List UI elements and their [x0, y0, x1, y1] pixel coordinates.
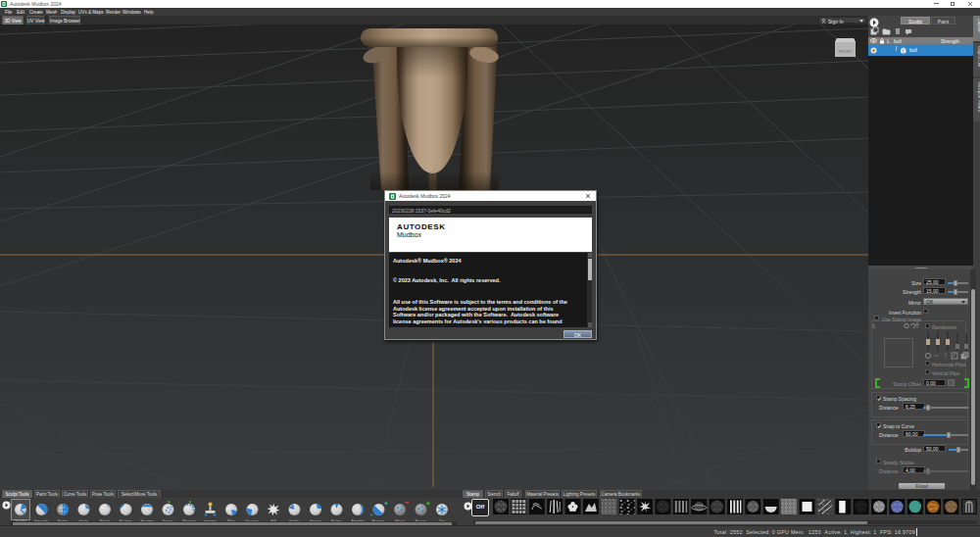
svg-text:FRONT: FRONT: [839, 49, 853, 54]
